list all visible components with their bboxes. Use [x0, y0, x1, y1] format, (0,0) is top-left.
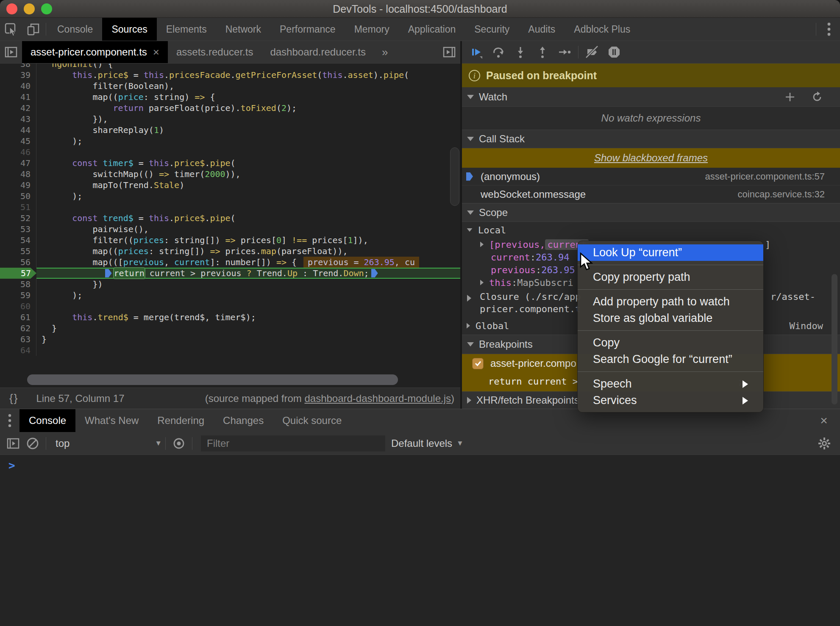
code-line-47[interactable]: 47 const timer$ = this.price$.pipe(: [0, 158, 460, 169]
call-stack-section-header[interactable]: Call Stack: [462, 130, 840, 148]
tab-audits[interactable]: Audits: [519, 18, 565, 41]
code-line-60[interactable]: 60: [0, 301, 460, 312]
tab-console[interactable]: Console: [48, 18, 102, 41]
line-number[interactable]: 52: [0, 213, 36, 224]
editor-vertical-scrollbar[interactable]: [450, 147, 459, 206]
menu-item-store-as-global-variable[interactable]: Store as global variable: [578, 310, 763, 327]
drawer-tab-changes[interactable]: Changes: [214, 409, 273, 432]
code-line-52[interactable]: 52 const trend$ = this.price$.pipe(: [0, 213, 460, 224]
menu-item-look-up-current[interactable]: Look Up “current”: [578, 244, 763, 261]
line-number[interactable]: 61: [0, 312, 36, 323]
tab-application[interactable]: Application: [399, 18, 465, 41]
execution-marker-icon[interactable]: [105, 269, 112, 277]
code-line-39[interactable]: 39 this.price$ = this.pricesFacade.getPr…: [0, 69, 460, 80]
line-number[interactable]: 48: [0, 169, 36, 180]
call-stack-frame[interactable]: (anonymous)asset-pricer.component.ts:57: [462, 168, 840, 186]
drawer-tab-rendering[interactable]: Rendering: [148, 409, 214, 432]
code-line-53[interactable]: 53 pairwise(),: [0, 224, 460, 235]
menu-item-services[interactable]: Services: [578, 392, 763, 409]
line-number[interactable]: 46: [0, 147, 36, 158]
code-line-57[interactable]: 57 return current > previous ? Trend.Up …: [0, 268, 460, 279]
file-tab-asset-pricer-component-ts[interactable]: asset-pricer.component.ts×: [22, 41, 168, 63]
resume-script-button[interactable]: [465, 41, 487, 64]
line-number[interactable]: 40: [0, 80, 36, 91]
drawer-menu-icon[interactable]: [0, 409, 19, 432]
clear-console-icon[interactable]: [23, 432, 42, 455]
line-number[interactable]: 50: [0, 191, 36, 202]
step-out-button[interactable]: [531, 41, 554, 64]
watch-section-header[interactable]: Watch: [462, 87, 840, 107]
line-number[interactable]: 55: [0, 246, 36, 257]
tab-adblock-plus[interactable]: Adblock Plus: [565, 18, 640, 41]
scope-section-header[interactable]: Scope: [462, 203, 840, 222]
more-tabs-button[interactable]: »: [374, 41, 395, 63]
line-number[interactable]: 57: [0, 268, 36, 279]
tab-sources[interactable]: Sources: [102, 18, 156, 41]
code-line-46[interactable]: 46: [0, 147, 460, 158]
code-line-64[interactable]: 64: [0, 345, 460, 356]
javascript-context-select[interactable]: top ▼: [50, 438, 162, 449]
refresh-watch-icon[interactable]: [811, 91, 823, 103]
line-number[interactable]: 44: [0, 125, 36, 136]
scope-row-local[interactable]: Local: [462, 222, 840, 238]
sidebar-scrollbar[interactable]: [832, 274, 837, 404]
code-line-59[interactable]: 59 );: [0, 290, 460, 301]
file-tab-dashboard-reducer-ts[interactable]: dashboard.reducer.ts: [261, 41, 374, 63]
close-drawer-button[interactable]: ×: [815, 409, 833, 432]
console-output[interactable]: >: [0, 455, 840, 626]
code-line-41[interactable]: 41 map((price: string) => {: [0, 91, 460, 102]
code-line-48[interactable]: 48 switchMap(() => timer(2000)),: [0, 169, 460, 180]
line-number[interactable]: 45: [0, 136, 36, 147]
drawer-tab-what-s-new[interactable]: What's New: [75, 409, 148, 432]
file-tab-assets-reducer-ts[interactable]: assets.reducer.ts: [168, 41, 261, 63]
code-line-49[interactable]: 49 mapTo(Trend.Stale): [0, 180, 460, 191]
menu-item-add-property-path-to-watch[interactable]: Add property path to watch: [578, 294, 763, 310]
code-editor[interactable]: 38 ngOnInit() {39 this.price$ = this.pri…: [0, 64, 460, 388]
editor-horizontal-scrollbar[interactable]: [27, 374, 398, 385]
execution-marker-icon[interactable]: [371, 269, 378, 277]
show-debugger-sidebar-icon[interactable]: [438, 41, 460, 63]
line-number[interactable]: 59: [0, 290, 36, 301]
code-line-54[interactable]: 54 filter((prices: string[]) => prices[0…: [0, 235, 460, 246]
tab-elements[interactable]: Elements: [157, 18, 216, 41]
line-number[interactable]: 53: [0, 224, 36, 235]
menu-item-search-google-for-current[interactable]: Search Google for “current”: [578, 351, 763, 368]
line-number[interactable]: 42: [0, 102, 36, 114]
code-line-44[interactable]: 44 shareReplay(1): [0, 125, 460, 136]
more-options-icon[interactable]: [818, 18, 840, 41]
pause-on-exceptions-button[interactable]: [603, 41, 625, 64]
line-number[interactable]: 51: [0, 202, 36, 213]
drawer-tab-quick-source[interactable]: Quick source: [273, 409, 351, 432]
line-number[interactable]: 54: [0, 235, 36, 246]
menu-item-copy[interactable]: Copy: [578, 335, 763, 351]
line-number[interactable]: 49: [0, 180, 36, 191]
show-blackboxed-frames-link[interactable]: Show blackboxed frames: [462, 148, 840, 168]
live-expression-eye-icon[interactable]: [169, 432, 189, 455]
line-number[interactable]: 60: [0, 301, 36, 312]
log-levels-select[interactable]: Default levels ▼: [391, 438, 464, 449]
close-tab-icon[interactable]: ×: [153, 47, 159, 58]
line-number[interactable]: 41: [0, 91, 36, 102]
menu-item-speech[interactable]: Speech: [578, 376, 763, 392]
line-number[interactable]: 43: [0, 114, 36, 125]
drawer-tab-console[interactable]: Console: [19, 409, 75, 432]
code-line-63[interactable]: 63}: [0, 334, 460, 345]
code-line-45[interactable]: 45 );: [0, 136, 460, 147]
code-line-43[interactable]: 43 }),: [0, 114, 460, 125]
line-number[interactable]: 64: [0, 345, 36, 356]
tab-performance[interactable]: Performance: [270, 18, 345, 41]
breakpoint-checkbox[interactable]: [472, 358, 484, 369]
show-navigator-icon[interactable]: [0, 41, 22, 63]
line-number[interactable]: 38: [0, 64, 36, 69]
menu-item-copy-property-path[interactable]: Copy property path: [578, 269, 763, 285]
code-line-50[interactable]: 50 );: [0, 191, 460, 202]
line-number[interactable]: 62: [0, 323, 36, 334]
deactivate-breakpoints-button[interactable]: [581, 41, 603, 64]
code-line-40[interactable]: 40 filter(Boolean),: [0, 80, 460, 91]
device-toolbar-icon[interactable]: [22, 18, 44, 41]
code-line-38[interactable]: 38 ngOnInit() {: [0, 64, 460, 69]
console-settings-gear-icon[interactable]: [815, 432, 834, 455]
line-number[interactable]: 56: [0, 257, 36, 268]
code-line-62[interactable]: 62 }: [0, 323, 460, 334]
code-line-51[interactable]: 51: [0, 202, 460, 213]
